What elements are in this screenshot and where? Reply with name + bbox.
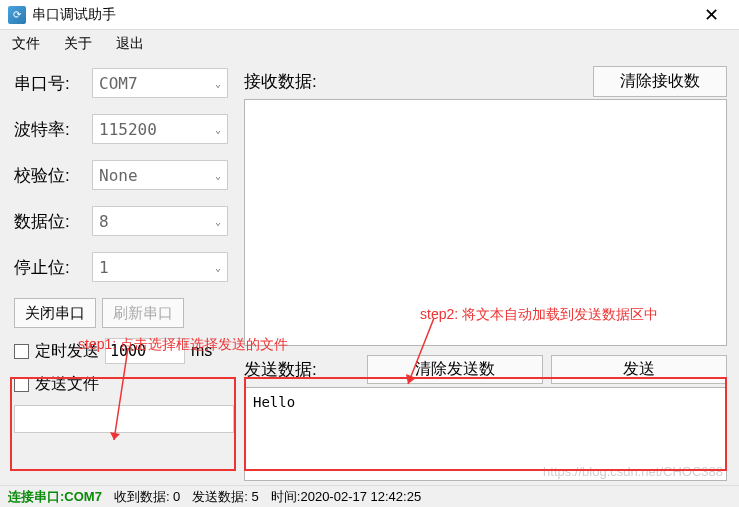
- baud-combo[interactable]: 115200 ⌄: [92, 114, 228, 144]
- recv-label: 接收数据:: [244, 66, 317, 97]
- menu-exit[interactable]: 退出: [116, 35, 144, 53]
- menu-about[interactable]: 关于: [64, 35, 92, 53]
- parity-value: None: [99, 166, 138, 185]
- stop-value: 1: [99, 258, 109, 277]
- status-time: 时间:2020-02-17 12:42:25: [271, 488, 421, 506]
- parity-combo[interactable]: None ⌄: [92, 160, 228, 190]
- send-file-label: 发送文件: [35, 374, 99, 395]
- stop-combo[interactable]: 1 ⌄: [92, 252, 228, 282]
- status-recv: 收到数据: 0: [114, 488, 180, 506]
- window-title: 串口调试助手: [32, 6, 691, 24]
- close-port-button[interactable]: 关闭串口: [14, 298, 96, 328]
- interval-unit: ms: [191, 342, 212, 360]
- chevron-down-icon: ⌄: [215, 78, 221, 89]
- port-combo[interactable]: COM7 ⌄: [92, 68, 228, 98]
- stop-label: 停止位:: [14, 256, 92, 279]
- chevron-down-icon: ⌄: [215, 124, 221, 135]
- menu-file[interactable]: 文件: [12, 35, 40, 53]
- port-value: COM7: [99, 74, 138, 93]
- parity-label: 校验位:: [14, 164, 92, 187]
- status-sent: 发送数据: 5: [192, 488, 258, 506]
- send-textarea[interactable]: Hello: [244, 387, 727, 481]
- menubar: 文件 关于 退出: [0, 30, 739, 58]
- app-icon: ⟳: [8, 6, 26, 24]
- left-panel: 串口号: COM7 ⌄ 波特率: 115200 ⌄ 校验位: None ⌄ 数据…: [0, 58, 238, 485]
- baud-value: 115200: [99, 120, 157, 139]
- titlebar: ⟳ 串口调试助手 ✕: [0, 0, 739, 30]
- chevron-down-icon: ⌄: [215, 262, 221, 273]
- right-panel: 接收数据: 清除接收数 发送数据: 清除发送数 发送 Hello: [238, 58, 739, 485]
- port-label: 串口号:: [14, 72, 92, 95]
- timed-send-label: 定时发送: [35, 341, 99, 362]
- close-icon[interactable]: ✕: [691, 4, 731, 26]
- baud-label: 波特率:: [14, 118, 92, 141]
- data-label: 数据位:: [14, 210, 92, 233]
- chevron-down-icon: ⌄: [215, 216, 221, 227]
- send-file-checkbox[interactable]: [14, 377, 29, 392]
- timed-send-checkbox[interactable]: [14, 344, 29, 359]
- statusbar: 连接串口:COM7 收到数据: 0 发送数据: 5 时间:2020-02-17 …: [0, 485, 739, 507]
- data-value: 8: [99, 212, 109, 231]
- status-connection: 连接串口:COM7: [8, 488, 102, 506]
- file-path-input[interactable]: [14, 405, 234, 433]
- clear-send-button[interactable]: 清除发送数: [367, 355, 543, 384]
- chevron-down-icon: ⌄: [215, 170, 221, 181]
- send-label: 发送数据:: [244, 354, 359, 385]
- clear-recv-button[interactable]: 清除接收数: [593, 66, 727, 97]
- data-combo[interactable]: 8 ⌄: [92, 206, 228, 236]
- interval-input[interactable]: [105, 338, 185, 364]
- refresh-port-button[interactable]: 刷新串口: [102, 298, 184, 328]
- send-button[interactable]: 发送: [551, 355, 727, 384]
- recv-textarea[interactable]: [244, 99, 727, 346]
